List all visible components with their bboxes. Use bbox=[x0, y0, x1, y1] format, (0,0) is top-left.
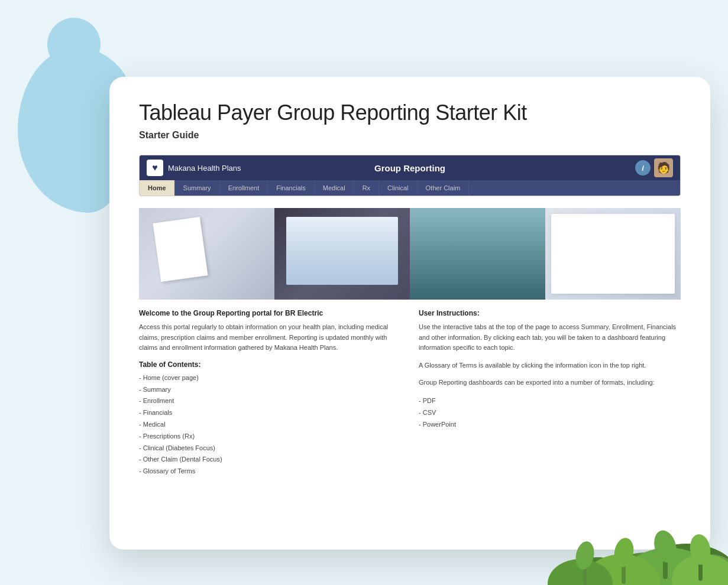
toc-item-2: - Summary bbox=[139, 384, 401, 396]
toc-item-1: - Home (cover page) bbox=[139, 372, 401, 384]
toc-item-9: - Glossary of Terms bbox=[139, 466, 401, 477]
instructions-heading: User Instructions: bbox=[419, 309, 681, 317]
header-icons: i 🧑 bbox=[635, 158, 673, 177]
doctor-image bbox=[410, 208, 545, 300]
toc-list: - Home (cover page) - Summary - Enrollme… bbox=[139, 372, 401, 477]
instructions-body-2: A Glossary of Terms is available by clic… bbox=[419, 360, 681, 371]
nav-tab-clinical[interactable]: Clinical bbox=[379, 180, 417, 196]
image-strip bbox=[139, 208, 681, 300]
instructions-body-1: Use the interactive tabs at the top of t… bbox=[419, 322, 681, 353]
grass-decoration bbox=[480, 479, 728, 585]
info-icon[interactable]: i bbox=[635, 160, 651, 176]
left-content: Welcome to the Group Reporting portal fo… bbox=[139, 309, 401, 477]
company-logo: ♥ bbox=[147, 160, 163, 176]
papers-image bbox=[139, 208, 274, 300]
format-csv: - CSV bbox=[419, 407, 681, 419]
toc-item-7: - Clinical (Diabetes Focus) bbox=[139, 443, 401, 454]
content-area: Welcome to the Group Reporting portal fo… bbox=[139, 309, 681, 477]
nav-tab-medical[interactable]: Medical bbox=[315, 180, 354, 196]
nav-tab-rx[interactable]: Rx bbox=[354, 180, 379, 196]
nav-tab-other-claim[interactable]: Other Claim bbox=[418, 180, 470, 196]
heart-icon: ♥ bbox=[152, 162, 158, 173]
tableau-header: ♥ Makana Health Plans Group Reporting i … bbox=[140, 155, 680, 180]
instructions-body-3: Group Reporting dashboards can be export… bbox=[419, 378, 681, 388]
toc-item-6: - Prescriptions (Rx) bbox=[139, 431, 401, 443]
nav-tab-enrollment[interactable]: Enrollment bbox=[220, 180, 268, 196]
welcome-body: Access this portal regularly to obtain i… bbox=[139, 322, 401, 353]
export-formats: - PDF - CSV - PowerPoint bbox=[419, 395, 681, 430]
format-ppt: - PowerPoint bbox=[419, 419, 681, 431]
user-avatar[interactable]: 🧑 bbox=[654, 158, 673, 177]
toc-item-4: - Financials bbox=[139, 407, 401, 419]
toc-heading: Table of Contents: bbox=[139, 360, 401, 369]
nav-tab-financials[interactable]: Financials bbox=[268, 180, 315, 196]
page-title: Tableau Payer Group Reporting Starter Ki… bbox=[139, 100, 681, 125]
toc-item-3: - Enrollment bbox=[139, 395, 401, 407]
welcome-heading: Welcome to the Group Reporting portal fo… bbox=[139, 309, 401, 317]
tableau-nav-bar: Home Summary Enrollment Financials Medic… bbox=[140, 180, 680, 196]
nav-tab-summary[interactable]: Summary bbox=[175, 180, 220, 196]
company-name: Makana Health Plans bbox=[168, 164, 241, 173]
computer-image bbox=[274, 208, 410, 300]
right-content: User Instructions: Use the interactive t… bbox=[419, 309, 681, 477]
portal-title: Group Reporting bbox=[374, 163, 445, 173]
toc-item-8: - Other Claim (Dental Focus) bbox=[139, 454, 401, 466]
toc-item-5: - Medical bbox=[139, 419, 401, 431]
format-pdf: - PDF bbox=[419, 395, 681, 407]
screen-image bbox=[545, 208, 681, 300]
tableau-interface-mockup: ♥ Makana Health Plans Group Reporting i … bbox=[139, 155, 681, 196]
nav-tab-home[interactable]: Home bbox=[140, 180, 175, 196]
page-subtitle: Starter Guide bbox=[139, 130, 681, 141]
